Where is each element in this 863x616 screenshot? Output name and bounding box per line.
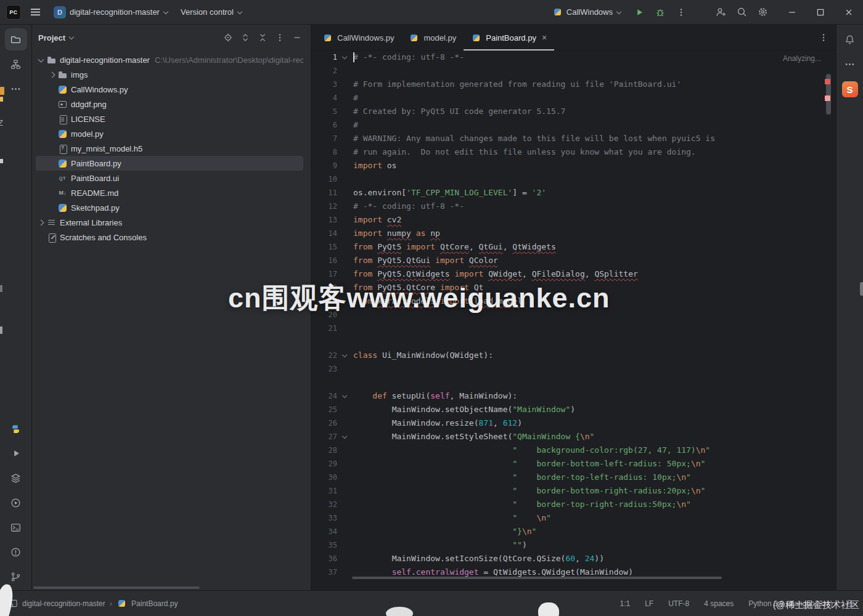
gutter[interactable]: 13 [311, 213, 350, 227]
settings-button[interactable] [752, 2, 773, 23]
code-line[interactable]: 36 MainWindow.setIconSize(QtCore.QSize(6… [311, 552, 836, 565]
tree-item[interactable]: Sketchpad.py [32, 200, 303, 215]
gutter[interactable]: 20 [311, 308, 350, 322]
code-line[interactable]: 27 MainWindow.setStyleSheet("QMainWindow… [311, 430, 836, 444]
code-editor[interactable]: 1# -*- coding: utf-8 -*-23# Form impleme… [311, 51, 836, 590]
gutter[interactable]: 37 [311, 565, 350, 579]
gutter[interactable]: 21 [311, 322, 350, 335]
tab-CallWindows.py[interactable]: CallWindows.py [315, 25, 401, 51]
gutter[interactable]: 24 [311, 389, 350, 403]
tool-project-button[interactable] [5, 28, 27, 51]
code-line[interactable]: 26 MainWindow.resize(871, 612) [311, 416, 836, 430]
gutter[interactable]: 33 [311, 511, 350, 525]
tree-item[interactable]: ddgdf.png [32, 97, 303, 111]
code-line[interactable]: 3# Form implementation generated from re… [311, 78, 836, 91]
gutter[interactable]: 3 [311, 78, 350, 91]
tree-item[interactable]: External Libraries [32, 215, 303, 230]
gutter[interactable]: 34 [311, 525, 350, 538]
gutter[interactable]: 4 [311, 91, 350, 105]
code-line[interactable]: 22class Ui_MainWindow(QWidget): [311, 349, 836, 362]
status-item[interactable]: UTF-8 [668, 599, 689, 608]
expand-all-button[interactable] [238, 30, 253, 45]
code-line[interactable]: 18from PyQt5.QtCore import Qt [311, 281, 836, 294]
tree-item[interactable]: imgs [32, 67, 303, 82]
gutter[interactable]: 25 [311, 403, 350, 416]
code-line[interactable]: 2 [311, 64, 836, 78]
tree-item[interactable]: model.py [32, 126, 303, 141]
status-item[interactable]: 1:1 [620, 599, 631, 608]
code-with-me-button[interactable] [710, 2, 731, 23]
tool-structure-button[interactable] [5, 53, 27, 75]
project-panel-title[interactable]: Project [38, 33, 65, 43]
code-line[interactable]: 30 " border-top-left-radius: 10px;\n" [311, 471, 836, 484]
gutter[interactable]: 14 [311, 227, 350, 240]
code-line[interactable]: 9import os [311, 159, 836, 172]
debug-button[interactable] [650, 2, 671, 23]
gutter[interactable]: 35 [311, 538, 350, 552]
right-rail-more-button[interactable] [839, 53, 861, 75]
tree-item[interactable]: README.md [32, 185, 303, 200]
project-switcher[interactable]: D digital-recognition-master [49, 3, 173, 22]
warning-stripe-mark[interactable] [825, 95, 830, 101]
code-line[interactable]: 10 [311, 172, 836, 186]
code-line[interactable]: 5# Created by: PyQt5 UI code generator 5… [311, 105, 836, 118]
tree-item[interactable]: Scratches and Consoles [32, 230, 303, 245]
tool-services-button[interactable] [5, 467, 27, 489]
search-everywhere-button[interactable] [731, 2, 752, 23]
gutter[interactable]: 18 [311, 281, 350, 294]
tool-run-services-button[interactable] [5, 492, 27, 514]
code-line[interactable]: 31 " border-bottom-right-radius:20px;\n" [311, 484, 836, 498]
gutter[interactable]: 19 [311, 294, 350, 308]
code-line[interactable]: 20 [311, 308, 836, 322]
tree-item[interactable]: PaintBoard.py [36, 156, 303, 171]
gutter[interactable]: 1 [311, 51, 350, 64]
tool-run-button[interactable] [5, 442, 27, 464]
chevron-down-icon[interactable] [36, 55, 46, 65]
code-line[interactable]: 4# [311, 91, 836, 105]
code-line[interactable]: 24 def setupUi(self, MainWindow): [311, 389, 836, 403]
status-item[interactable]: Python 3.8 (djangoo23zk) [748, 599, 833, 608]
gutter[interactable]: 32 [311, 498, 350, 511]
code-line[interactable]: 14import numpy as np [311, 227, 836, 240]
code-line[interactable]: 12# -*- coding: utf-8 -*- [311, 200, 836, 213]
code-line[interactable]: 28 " background-color:rgb(27, 47, 117)\n… [311, 444, 836, 457]
error-stripe-mark[interactable] [825, 79, 830, 84]
code-line[interactable]: 32 " border-top-right-radius:50px;\n" [311, 498, 836, 511]
breadcrumb-item[interactable]: digital-recognition-master [22, 599, 105, 608]
locate-file-button[interactable] [221, 30, 235, 45]
run-button[interactable] [629, 2, 650, 23]
chevron-right-icon[interactable] [36, 217, 46, 228]
code-line[interactable]: 29 " border-bottom-left-radius: 50px;\n" [311, 457, 836, 471]
tree-item[interactable]: digital-recognition-masterC:\Users\Admin… [32, 52, 303, 67]
gutter[interactable]: 7 [311, 132, 350, 145]
gutter[interactable]: 30 [311, 471, 350, 484]
tab-model.py[interactable]: model.py [401, 25, 464, 51]
code-line[interactable]: 15from PyQt5 import QtCore, QtGui, QtWid… [311, 240, 836, 254]
tab-PaintBoard.py[interactable]: PaintBoard.py× [464, 25, 554, 51]
status-item[interactable]: 4 spaces [704, 599, 734, 608]
code-line[interactable]: 21 [311, 322, 836, 335]
hide-panel-button[interactable] [290, 30, 305, 45]
gutter[interactable]: 22 [311, 349, 350, 362]
tree-item[interactable]: PaintBoard.ui [32, 171, 303, 185]
tree-item[interactable]: my_mnist_model.h5 [32, 141, 303, 156]
code-line[interactable]: 1# -*- coding: utf-8 -*- [311, 51, 836, 64]
readonly-toggle[interactable] [845, 599, 854, 608]
tool-problems-button[interactable] [5, 541, 27, 563]
gutter[interactable]: 26 [311, 416, 350, 430]
code-line[interactable]: 25 MainWindow.setObjectName("MainWindow"… [311, 403, 836, 416]
gutter[interactable]: 28 [311, 444, 350, 457]
gutter[interactable]: 27 [311, 430, 350, 444]
tree-item[interactable]: LICENSE [32, 111, 303, 126]
tree-item[interactable]: CallWindows.py [32, 82, 303, 97]
code-line[interactable]: 33 " \n" [311, 511, 836, 525]
code-line[interactable]: 23 [311, 362, 836, 376]
gutter[interactable]: 5 [311, 105, 350, 118]
panel-options-button[interactable] [272, 30, 287, 45]
code-line[interactable]: 7# WARNING: Any manual changes made to t… [311, 132, 836, 145]
maximize-button[interactable] [806, 0, 835, 25]
main-menu-button[interactable] [26, 6, 45, 18]
gutter[interactable]: 12 [311, 200, 350, 213]
tool-more-button[interactable] [5, 78, 27, 100]
minimize-button[interactable] [778, 0, 806, 25]
